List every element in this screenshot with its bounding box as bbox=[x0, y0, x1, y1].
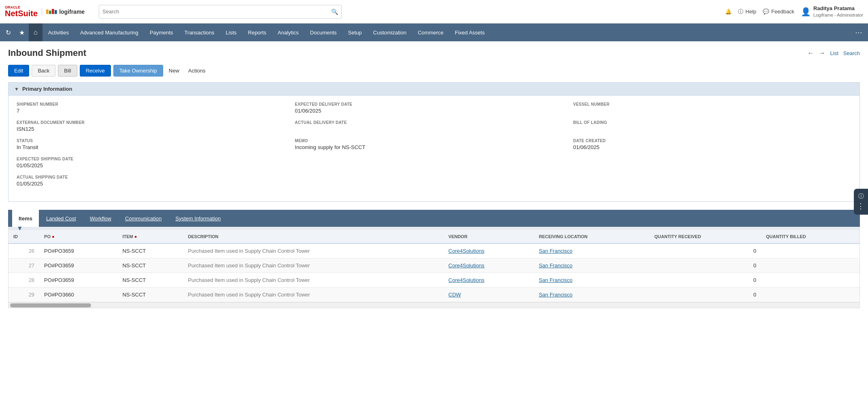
expected-shipping-label: EXPECTED SHIPPING DATE bbox=[17, 157, 287, 161]
tab-system-information[interactable]: System Information bbox=[169, 210, 227, 227]
netsuite-logo: ORACLE NetSuite bbox=[5, 6, 38, 17]
prev-arrow[interactable]: ← bbox=[808, 49, 814, 57]
netsuite-label: NetSuite bbox=[5, 9, 38, 17]
cell-vendor[interactable]: Core4Solutions bbox=[444, 243, 534, 258]
tab-workflow[interactable]: Workflow bbox=[83, 210, 118, 227]
actions-button[interactable]: Actions bbox=[185, 65, 209, 76]
bill-of-lading-value bbox=[573, 126, 843, 132]
field-col-2: EXPECTED DELIVERY DATE 01/06/2025 ACTUAL… bbox=[295, 102, 573, 193]
recent-icon-btn[interactable]: ↻ bbox=[2, 23, 15, 41]
user-info-text: Raditya Pratama Logiframe - Administrato… bbox=[813, 5, 863, 18]
cell-vendor[interactable]: CDW bbox=[444, 288, 534, 302]
memo-value: Incoming supply for NS-SCCT bbox=[295, 144, 565, 150]
memo-label: MEMO bbox=[295, 139, 565, 143]
cell-id: 28 bbox=[9, 273, 39, 288]
svg-rect-0 bbox=[46, 9, 49, 14]
cell-receiving-location[interactable]: San Francisco bbox=[534, 273, 649, 288]
nav-item-analytics[interactable]: Analytics bbox=[272, 23, 304, 41]
edit-button[interactable]: Edit bbox=[8, 65, 29, 77]
col-quantity-billed: QUANTITY BILLED bbox=[761, 230, 859, 243]
favorites-icon-btn[interactable]: ★ bbox=[15, 23, 29, 41]
new-button[interactable]: New bbox=[166, 65, 183, 76]
section-title: Primary Information bbox=[22, 86, 72, 92]
col-id: ID bbox=[9, 230, 39, 243]
col-receiving-location: RECEIVING LOCATION bbox=[534, 230, 649, 243]
header-actions: 🔔 ⓘ Help 💬 Feedback 👤 Raditya Pratama Lo… bbox=[725, 5, 863, 18]
nav-item-advanced-manufacturing[interactable]: Advanced Manufacturing bbox=[74, 23, 144, 41]
feedback-btn[interactable]: 💬 Feedback bbox=[763, 9, 794, 15]
cell-vendor[interactable]: Core4Solutions bbox=[444, 273, 534, 288]
search-input[interactable] bbox=[102, 9, 331, 15]
svg-rect-2 bbox=[52, 9, 54, 14]
nav-item-setup[interactable]: Setup bbox=[343, 23, 368, 41]
po-required-star: ● bbox=[52, 234, 55, 239]
nav-item-documents[interactable]: Documents bbox=[304, 23, 343, 41]
tab-landed-cost[interactable]: Landed Cost bbox=[40, 210, 83, 227]
cell-receiving-location[interactable]: San Francisco bbox=[534, 243, 649, 258]
cell-description: Purchased Item used in Supply Chain Cont… bbox=[183, 243, 443, 258]
page-header: Inbound Shipment ← → List Search bbox=[8, 48, 860, 58]
actual-shipping-field: ACTUAL SHIPPING DATE 01/05/2025 bbox=[17, 175, 287, 187]
expected-delivery-value: 01/06/2025 bbox=[295, 108, 565, 114]
shipment-number-value: 7 bbox=[17, 108, 287, 114]
list-link[interactable]: List bbox=[830, 50, 838, 56]
tab-communication[interactable]: Communication bbox=[119, 210, 168, 227]
col-item: ITEM ● bbox=[117, 230, 183, 243]
nav-more-btn[interactable]: ⋯ bbox=[851, 23, 866, 41]
logiframe-label: logiframe bbox=[59, 9, 85, 15]
primary-info-section-body: SHIPMENT NUMBER 7 EXTERNAL DOCUMENT NUMB… bbox=[8, 96, 860, 202]
info-float-panel[interactable]: ⓘ ⋮ bbox=[854, 189, 868, 215]
nav-item-activities[interactable]: Activities bbox=[43, 23, 74, 41]
logiframe-icon bbox=[46, 8, 57, 15]
svg-rect-3 bbox=[55, 10, 57, 14]
next-arrow[interactable]: → bbox=[819, 49, 825, 57]
nav-item-customization[interactable]: Customization bbox=[368, 23, 412, 41]
nav-items: Activities Advanced Manufacturing Paymen… bbox=[43, 23, 851, 41]
cell-description: Purchased Item used in Supply Chain Cont… bbox=[183, 258, 443, 273]
cell-receiving-location[interactable]: San Francisco bbox=[534, 288, 649, 302]
take-ownership-button[interactable]: Take Ownership bbox=[113, 65, 163, 77]
vessel-number-field: VESSEL NUMBER bbox=[573, 102, 843, 114]
nav-item-reports[interactable]: Reports bbox=[242, 23, 272, 41]
search-bar[interactable]: 🔍 bbox=[99, 5, 342, 19]
expected-delivery-label: EXPECTED DELIVERY DATE bbox=[295, 102, 565, 107]
nav-item-payments[interactable]: Payments bbox=[144, 23, 179, 41]
horizontal-scrollbar[interactable] bbox=[8, 303, 860, 308]
fields-grid: SHIPMENT NUMBER 7 EXTERNAL DOCUMENT NUMB… bbox=[17, 102, 851, 193]
back-button[interactable]: Back bbox=[32, 65, 55, 77]
cell-vendor[interactable]: Core4Solutions bbox=[444, 258, 534, 273]
external-doc-field: EXTERNAL DOCUMENT NUMBER ISN125 bbox=[17, 120, 287, 132]
cell-receiving-location[interactable]: San Francisco bbox=[534, 258, 649, 273]
table-row: 26 PO#PO3659 NS-SCCT Purchased Item used… bbox=[9, 243, 859, 258]
cell-quantity-received: 0 bbox=[649, 258, 761, 273]
section-collapse-icon[interactable]: ▼ bbox=[14, 86, 19, 92]
bill-button[interactable]: Bill bbox=[58, 65, 77, 77]
tabs-bar: Items Landed Cost Workflow Communication… bbox=[8, 210, 860, 227]
nav-item-commerce[interactable]: Commerce bbox=[412, 23, 449, 41]
search-link[interactable]: Search bbox=[843, 50, 860, 56]
home-icon-btn[interactable]: ⌂ bbox=[29, 23, 43, 41]
svg-rect-1 bbox=[49, 11, 51, 14]
nav-item-fixed-assets[interactable]: Fixed Assets bbox=[449, 23, 491, 41]
notifications-btn[interactable]: 🔔 bbox=[725, 9, 732, 15]
receive-button[interactable]: Receive bbox=[80, 65, 111, 77]
info-float-dots: ⋮ bbox=[857, 202, 865, 211]
nav-item-transactions[interactable]: Transactions bbox=[179, 23, 220, 41]
col-po: PO ● bbox=[39, 230, 117, 243]
bill-of-lading-field: BILL OF LADING bbox=[573, 120, 843, 132]
help-btn[interactable]: ⓘ Help bbox=[738, 8, 756, 15]
toolbar: Edit Back Bill Receive Take Ownership Ne… bbox=[8, 65, 860, 77]
cell-po: PO#PO3659 bbox=[39, 243, 117, 258]
help-label: Help bbox=[745, 9, 756, 15]
nav-item-lists[interactable]: Lists bbox=[220, 23, 243, 41]
tab-items[interactable]: Items bbox=[12, 210, 39, 227]
vessel-number-value bbox=[573, 108, 843, 114]
top-header: ORACLE NetSuite logiframe 🔍 🔔 ⓘ Help 💬 F… bbox=[0, 0, 868, 23]
shipment-number-label: SHIPMENT NUMBER bbox=[17, 102, 287, 107]
clock-icon: ↻ bbox=[6, 29, 11, 36]
cell-quantity-billed bbox=[761, 243, 859, 258]
user-name: Raditya Pratama bbox=[813, 5, 863, 12]
user-info[interactable]: 👤 Raditya Pratama Logiframe - Administra… bbox=[801, 5, 863, 18]
scroll-thumb[interactable] bbox=[10, 303, 91, 307]
user-icon: 👤 bbox=[801, 7, 811, 17]
